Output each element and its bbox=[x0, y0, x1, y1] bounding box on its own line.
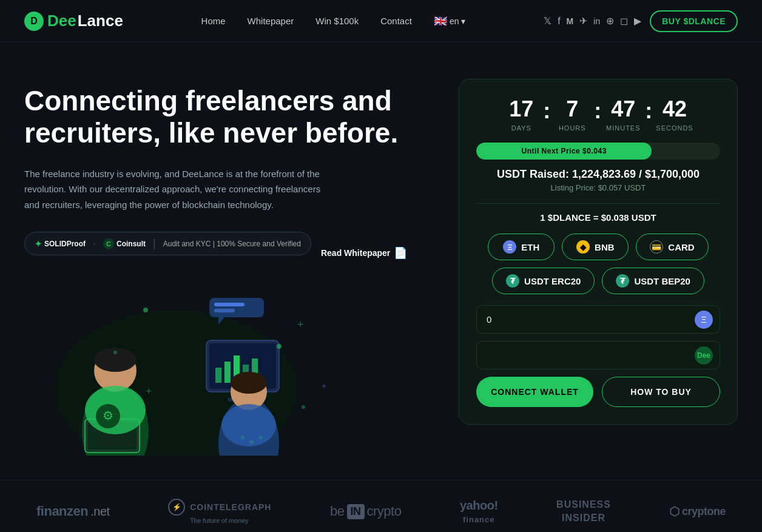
days-block: 17 DAYS bbox=[503, 96, 539, 133]
usdt-erc20-button[interactable]: ₮ USDT ERC20 bbox=[492, 268, 595, 294]
minutes-block: 47 MINUTES bbox=[605, 96, 641, 133]
svg-point-35 bbox=[259, 436, 263, 439]
svg-point-26 bbox=[143, 308, 148, 312]
audit-text: Audit and KYC | 100% Secure and Verified bbox=[163, 240, 301, 248]
card-icon: 💳 bbox=[650, 240, 663, 254]
twitter-icon[interactable]: 𝕏 bbox=[544, 15, 551, 27]
countdown: 17 DAYS : 7 HOURS : 47 MINUTES : 42 SECO… bbox=[476, 96, 720, 133]
svg-point-33 bbox=[241, 436, 244, 439]
currency-row-1: Ξ ETH ◆ BNB 💳 CARD bbox=[476, 234, 720, 260]
minutes-value: 47 bbox=[605, 96, 641, 122]
raised-amount: USDT Raised: 1,224,823.69 / $1,700,000 bbox=[476, 168, 720, 181]
amount-input-wrap: Ξ bbox=[476, 305, 720, 334]
svg-text:⚙: ⚙ bbox=[103, 409, 113, 422]
how-to-buy-button[interactable]: HOW TO BUY bbox=[602, 377, 720, 407]
svg-text:+: + bbox=[322, 381, 326, 391]
svg-point-27 bbox=[277, 344, 282, 349]
hours-value: 7 bbox=[554, 96, 590, 122]
hours-label: HOURS bbox=[559, 124, 586, 132]
solidproof-logo: ✦ SOLIDProof bbox=[35, 239, 86, 249]
svg-point-28 bbox=[302, 405, 305, 409]
seconds-block: 42 SECONDS bbox=[656, 96, 693, 133]
youtube-icon[interactable]: ▶ bbox=[634, 15, 641, 27]
finanzen-logo: finanzen.net bbox=[36, 503, 110, 519]
buy-dlance-button[interactable]: BUY $DLANCE bbox=[650, 10, 738, 32]
rate-text: 1 $DLANCE = $0.038 USDT bbox=[476, 212, 720, 223]
coinsult-logo: C Coinsult bbox=[103, 238, 146, 249]
svg-point-34 bbox=[250, 440, 254, 444]
connect-wallet-button[interactable]: CONNECT WALLET bbox=[476, 377, 593, 407]
seconds-value: 42 bbox=[656, 96, 693, 122]
svg-point-29 bbox=[113, 351, 117, 354]
hours-block: 7 HOURS bbox=[554, 96, 590, 133]
action-row: CONNECT WALLET HOW TO BUY bbox=[476, 377, 720, 407]
dee-input-icon: Dee bbox=[695, 346, 713, 365]
cryptonews-logo: ⬡ cryptone bbox=[669, 504, 726, 519]
logo-icon: D bbox=[24, 12, 44, 31]
facebook-icon[interactable]: f bbox=[558, 16, 560, 27]
nav-home[interactable]: Home bbox=[201, 16, 226, 26]
svg-rect-23 bbox=[214, 309, 235, 312]
progress-bar-wrap: Until Next Price $0.043 bbox=[476, 143, 720, 160]
linkedin-icon[interactable]: in bbox=[593, 16, 600, 26]
days-value: 17 bbox=[503, 96, 539, 122]
presale-widget: 17 DAYS : 7 HOURS : 47 MINUTES : 42 SECO… bbox=[459, 79, 738, 425]
medium-icon[interactable]: M bbox=[567, 16, 574, 26]
progress-label: Until Next Price $0.043 bbox=[522, 147, 607, 155]
hero-heading: Connecting freelancers and recruiters, l… bbox=[24, 85, 434, 149]
svg-point-18 bbox=[231, 372, 267, 394]
progress-bar-fill: Until Next Price $0.043 bbox=[476, 143, 652, 160]
card-button[interactable]: 💳 CARD bbox=[636, 234, 708, 260]
svg-rect-9 bbox=[215, 368, 221, 383]
hero-section: Connecting freelancers and recruiters, l… bbox=[24, 79, 434, 456]
eth-button[interactable]: Ξ ETH bbox=[488, 234, 555, 260]
currency-row-2: ₮ USDT ERC20 ₮ USDT BEP20 bbox=[476, 268, 720, 294]
hero-illustration: ⚙ + + + bbox=[24, 286, 328, 456]
eth-input-icon: Ξ bbox=[695, 311, 713, 329]
eth-icon: Ξ bbox=[503, 240, 516, 254]
read-whitepaper-link[interactable]: Read Whitepaper 📄 bbox=[321, 246, 407, 260]
dlance-output-wrap: Dee bbox=[476, 341, 720, 369]
nav-whitepaper[interactable]: Whitepaper bbox=[248, 16, 294, 26]
nav-right: 𝕏 f M ✈ in ⊕ ◻ ▶ BUY $DLANCE bbox=[544, 10, 738, 32]
document-icon: 📄 bbox=[394, 246, 407, 260]
social-icons: 𝕏 f M ✈ in ⊕ ◻ ▶ bbox=[544, 15, 641, 27]
dlance-output-input[interactable] bbox=[476, 341, 720, 369]
hero-description: The freelance industry is evolving, and … bbox=[24, 166, 328, 213]
svg-rect-20 bbox=[209, 298, 264, 317]
svg-point-19 bbox=[221, 404, 276, 446]
beincrypto-logo: be IN crypto bbox=[330, 503, 401, 519]
svg-text:+: + bbox=[297, 318, 304, 331]
telegram-icon[interactable]: ✈ bbox=[579, 15, 587, 27]
nav-links: Home Whitepaper Win $100k Contact 🇬🇧 en … bbox=[201, 15, 466, 28]
svg-rect-22 bbox=[214, 303, 244, 306]
amount-input[interactable] bbox=[476, 305, 720, 334]
listing-price: Listing Price: $0.057 USDT bbox=[476, 183, 720, 192]
illustration-svg: ⚙ + + + bbox=[24, 286, 328, 456]
svg-rect-10 bbox=[224, 362, 231, 383]
audit-bar: ✦ SOLIDProof · C Coinsult | Audit and KY… bbox=[24, 232, 311, 255]
usdt-erc20-icon: ₮ bbox=[506, 274, 519, 288]
cointelegraph-logo: ⚡ COINTELEGRAPH The future of money bbox=[168, 499, 271, 524]
usdt-bep20-button[interactable]: ₮ USDT BEP20 bbox=[602, 268, 704, 294]
minutes-label: MINUTES bbox=[606, 124, 641, 132]
discord-icon[interactable]: ⊕ bbox=[606, 15, 614, 27]
divider bbox=[476, 203, 720, 204]
usdt-bep20-icon: ₮ bbox=[616, 274, 629, 288]
yahoo-finance-logo: yahoo! finance bbox=[460, 499, 498, 524]
business-insider-logo: BUSINESS INSIDER bbox=[556, 499, 611, 524]
svg-text:+: + bbox=[146, 385, 152, 397]
bnb-icon: ◆ bbox=[576, 240, 590, 254]
days-label: DAYS bbox=[511, 124, 531, 132]
nav-win100k[interactable]: Win $100k bbox=[315, 16, 359, 26]
language-selector[interactable]: 🇬🇧 en ▾ bbox=[434, 15, 466, 28]
media-bar: finanzen.net ⚡ COINTELEGRAPH The future … bbox=[0, 480, 762, 532]
seconds-label: SECONDS bbox=[656, 124, 693, 132]
bnb-button[interactable]: ◆ BNB bbox=[562, 234, 629, 260]
instagram-icon[interactable]: ◻ bbox=[620, 15, 628, 27]
logo[interactable]: D DeeLance bbox=[24, 12, 123, 31]
nav-contact[interactable]: Contact bbox=[380, 16, 412, 26]
